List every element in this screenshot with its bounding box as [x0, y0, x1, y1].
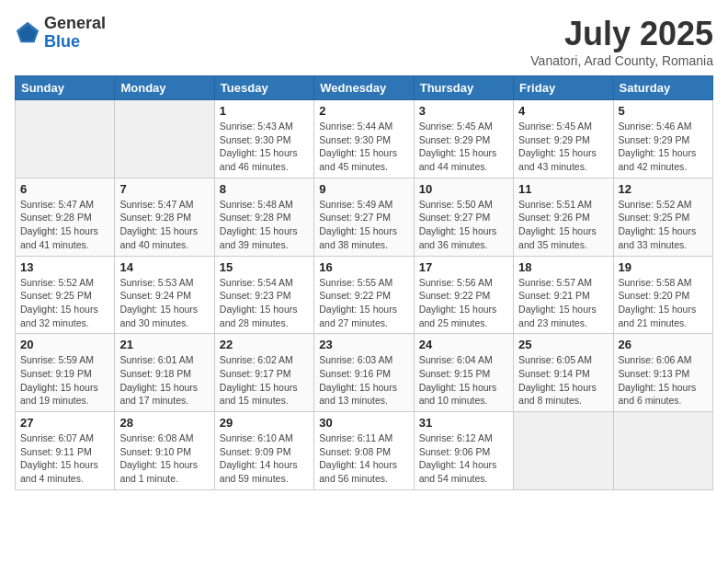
calendar-cell: 12Sunrise: 5:52 AM Sunset: 9:25 PM Dayli… — [613, 178, 712, 256]
calendar-cell: 14Sunrise: 5:53 AM Sunset: 9:24 PM Dayli… — [115, 256, 214, 334]
day-number: 23 — [319, 338, 408, 351]
calendar-cell: 3Sunrise: 5:45 AM Sunset: 9:29 PM Daylig… — [414, 100, 513, 178]
calendar-cell: 24Sunrise: 6:04 AM Sunset: 9:15 PM Dayli… — [414, 334, 513, 412]
day-info: Sunrise: 5:52 AM Sunset: 9:25 PM Dayligh… — [619, 198, 708, 252]
day-info: Sunrise: 6:04 AM Sunset: 9:15 PM Dayligh… — [419, 353, 508, 408]
day-info: Sunrise: 5:46 AM Sunset: 9:29 PM Dayligh… — [619, 120, 708, 174]
calendar-cell: 27Sunrise: 6:07 AM Sunset: 9:11 PM Dayli… — [16, 412, 115, 490]
weekday-header-tuesday: Tuesday — [214, 76, 313, 100]
day-info: Sunrise: 5:54 AM Sunset: 9:23 PM Dayligh… — [220, 276, 309, 330]
day-info: Sunrise: 5:44 AM Sunset: 9:30 PM Dayligh… — [319, 120, 408, 174]
calendar-cell — [613, 412, 712, 490]
day-number: 3 — [419, 104, 508, 118]
day-number: 4 — [518, 104, 608, 118]
calendar-cell — [16, 100, 115, 178]
day-number: 14 — [119, 260, 209, 274]
logo-blue-text: Blue — [44, 33, 106, 52]
day-info: Sunrise: 6:03 AM Sunset: 9:16 PM Dayligh… — [319, 353, 408, 408]
calendar-cell: 25Sunrise: 6:05 AM Sunset: 9:14 PM Dayli… — [514, 334, 613, 412]
day-info: Sunrise: 6:01 AM Sunset: 9:18 PM Dayligh… — [119, 353, 209, 408]
day-number: 12 — [619, 182, 708, 196]
calendar-cell: 31Sunrise: 6:12 AM Sunset: 9:06 PM Dayli… — [414, 412, 513, 490]
weekday-header-friday: Friday — [514, 76, 613, 100]
day-info: Sunrise: 5:43 AM Sunset: 9:30 PM Dayligh… — [220, 120, 309, 174]
day-number: 1 — [220, 104, 309, 118]
day-number: 21 — [119, 338, 209, 351]
day-info: Sunrise: 5:48 AM Sunset: 9:28 PM Dayligh… — [220, 198, 309, 252]
day-number: 25 — [518, 338, 608, 351]
day-info: Sunrise: 5:53 AM Sunset: 9:24 PM Dayligh… — [119, 276, 209, 330]
day-info: Sunrise: 5:50 AM Sunset: 9:27 PM Dayligh… — [419, 198, 508, 252]
day-number: 24 — [419, 338, 508, 351]
day-number: 8 — [220, 182, 309, 196]
calendar-cell: 10Sunrise: 5:50 AM Sunset: 9:27 PM Dayli… — [414, 178, 513, 256]
day-info: Sunrise: 5:56 AM Sunset: 9:22 PM Dayligh… — [419, 276, 508, 330]
day-number: 18 — [518, 260, 608, 274]
weekday-header-thursday: Thursday — [414, 76, 513, 100]
day-number: 9 — [319, 182, 408, 196]
calendar-cell: 11Sunrise: 5:51 AM Sunset: 9:26 PM Dayli… — [514, 178, 613, 256]
day-number: 11 — [518, 182, 608, 196]
calendar-cell: 9Sunrise: 5:49 AM Sunset: 9:27 PM Daylig… — [314, 178, 414, 256]
day-number: 2 — [319, 104, 408, 118]
day-info: Sunrise: 6:06 AM Sunset: 9:13 PM Dayligh… — [619, 353, 708, 408]
day-number: 19 — [619, 260, 708, 274]
day-number: 15 — [220, 260, 309, 274]
day-info: Sunrise: 5:49 AM Sunset: 9:27 PM Dayligh… — [319, 198, 408, 252]
day-number: 27 — [20, 416, 109, 430]
day-number: 6 — [20, 182, 109, 196]
calendar-cell: 26Sunrise: 6:06 AM Sunset: 9:13 PM Dayli… — [613, 334, 712, 412]
page-header: General Blue July 2025 Vanatori, Arad Co… — [15, 15, 713, 68]
month-title: July 2025 — [530, 15, 713, 53]
day-info: Sunrise: 6:08 AM Sunset: 9:10 PM Dayligh… — [119, 431, 209, 486]
logo: General Blue — [15, 15, 106, 52]
calendar-cell: 15Sunrise: 5:54 AM Sunset: 9:23 PM Dayli… — [214, 256, 313, 334]
logo-general-text: General — [44, 15, 106, 33]
calendar-cell: 21Sunrise: 6:01 AM Sunset: 9:18 PM Dayli… — [115, 334, 214, 412]
day-info: Sunrise: 6:02 AM Sunset: 9:17 PM Dayligh… — [220, 353, 309, 408]
weekday-header-monday: Monday — [115, 76, 214, 100]
calendar-cell: 30Sunrise: 6:11 AM Sunset: 9:08 PM Dayli… — [314, 412, 414, 490]
calendar-cell: 13Sunrise: 5:52 AM Sunset: 9:25 PM Dayli… — [16, 256, 115, 334]
calendar-table: SundayMondayTuesdayWednesdayThursdayFrid… — [15, 75, 713, 490]
day-number: 17 — [419, 260, 508, 274]
calendar-cell: 4Sunrise: 5:45 AM Sunset: 9:29 PM Daylig… — [514, 100, 613, 178]
day-info: Sunrise: 6:07 AM Sunset: 9:11 PM Dayligh… — [20, 431, 109, 486]
calendar-cell — [514, 412, 613, 490]
title-block: July 2025 Vanatori, Arad County, Romania — [530, 15, 713, 68]
day-number: 28 — [119, 416, 209, 430]
day-number: 13 — [20, 260, 109, 274]
day-info: Sunrise: 5:52 AM Sunset: 9:25 PM Dayligh… — [20, 276, 109, 330]
calendar-cell: 8Sunrise: 5:48 AM Sunset: 9:28 PM Daylig… — [214, 178, 313, 256]
day-info: Sunrise: 5:47 AM Sunset: 9:28 PM Dayligh… — [20, 198, 109, 252]
calendar-cell: 5Sunrise: 5:46 AM Sunset: 9:29 PM Daylig… — [613, 100, 712, 178]
calendar-cell: 1Sunrise: 5:43 AM Sunset: 9:30 PM Daylig… — [214, 100, 313, 178]
location-subtitle: Vanatori, Arad County, Romania — [530, 53, 713, 68]
logo-text: General Blue — [44, 15, 106, 52]
day-info: Sunrise: 5:59 AM Sunset: 9:19 PM Dayligh… — [20, 353, 109, 408]
day-info: Sunrise: 6:12 AM Sunset: 9:06 PM Dayligh… — [419, 431, 508, 486]
day-number: 31 — [419, 416, 508, 430]
calendar-cell — [115, 100, 214, 178]
day-number: 20 — [20, 338, 109, 351]
day-info: Sunrise: 6:10 AM Sunset: 9:09 PM Dayligh… — [220, 431, 309, 486]
weekday-header-wednesday: Wednesday — [314, 76, 414, 100]
calendar-cell: 17Sunrise: 5:56 AM Sunset: 9:22 PM Dayli… — [414, 256, 513, 334]
day-info: Sunrise: 6:05 AM Sunset: 9:14 PM Dayligh… — [518, 353, 608, 408]
calendar-cell: 28Sunrise: 6:08 AM Sunset: 9:10 PM Dayli… — [115, 412, 214, 490]
weekday-header-sunday: Sunday — [16, 76, 115, 100]
calendar-cell: 7Sunrise: 5:47 AM Sunset: 9:28 PM Daylig… — [115, 178, 214, 256]
calendar-cell: 20Sunrise: 5:59 AM Sunset: 9:19 PM Dayli… — [16, 334, 115, 412]
day-number: 10 — [419, 182, 508, 196]
day-info: Sunrise: 5:51 AM Sunset: 9:26 PM Dayligh… — [518, 198, 608, 252]
day-info: Sunrise: 5:55 AM Sunset: 9:22 PM Dayligh… — [319, 276, 408, 330]
logo-icon — [15, 20, 40, 46]
calendar-cell: 19Sunrise: 5:58 AM Sunset: 9:20 PM Dayli… — [613, 256, 712, 334]
calendar-cell: 2Sunrise: 5:44 AM Sunset: 9:30 PM Daylig… — [314, 100, 414, 178]
calendar-cell: 16Sunrise: 5:55 AM Sunset: 9:22 PM Dayli… — [314, 256, 414, 334]
day-number: 16 — [319, 260, 408, 274]
weekday-header-saturday: Saturday — [613, 76, 712, 100]
day-number: 26 — [619, 338, 708, 351]
calendar-cell: 29Sunrise: 6:10 AM Sunset: 9:09 PM Dayli… — [214, 412, 313, 490]
day-info: Sunrise: 5:58 AM Sunset: 9:20 PM Dayligh… — [619, 276, 708, 330]
